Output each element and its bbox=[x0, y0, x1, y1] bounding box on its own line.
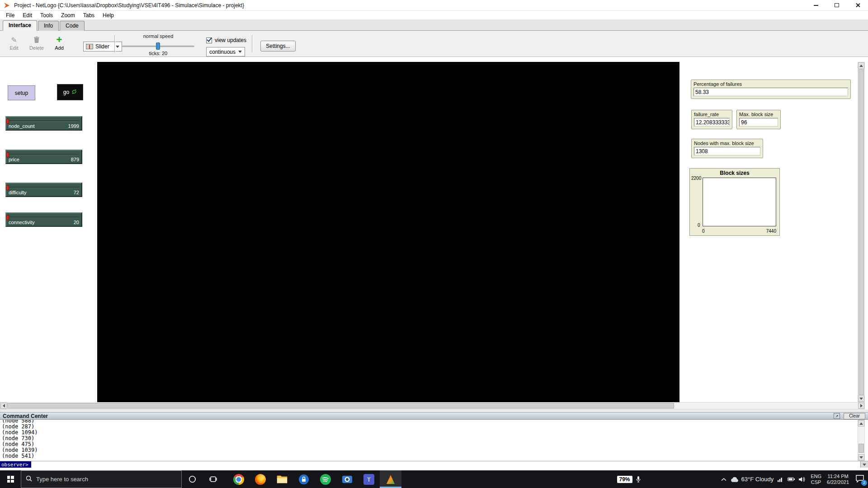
ticks-counter: ticks: 20 bbox=[122, 51, 194, 56]
tab-interface[interactable]: Interface bbox=[3, 20, 37, 31]
taskbar-app-chrome[interactable] bbox=[228, 470, 250, 488]
world-view[interactable] bbox=[97, 62, 679, 402]
plot-area bbox=[703, 178, 776, 226]
update-mode-select[interactable]: continuous bbox=[206, 47, 245, 56]
network-signal-icon[interactable] bbox=[778, 477, 783, 482]
triangle-right-icon bbox=[860, 404, 863, 408]
agent-context-dropdown[interactable] bbox=[860, 461, 868, 468]
view-updates-checkbox[interactable] bbox=[206, 38, 212, 43]
delete-widget-button[interactable]: Delete bbox=[26, 34, 47, 51]
scroll-down-button[interactable] bbox=[858, 454, 864, 460]
windows-logo-icon bbox=[7, 476, 14, 483]
cortana-button[interactable] bbox=[182, 470, 203, 488]
scrollbar-thumb[interactable] bbox=[859, 69, 864, 395]
speed-slider[interactable] bbox=[122, 42, 194, 50]
clock[interactable]: 11:24 PM 6/22/2021 bbox=[827, 474, 849, 485]
command-center-header: Command Center ↗ Clear bbox=[0, 412, 868, 420]
toolbar: ✎ Edit Delete + Add Slider normal speed … bbox=[0, 31, 868, 57]
interface-vertical-scrollbar[interactable] bbox=[858, 62, 865, 402]
camera-app-icon bbox=[342, 474, 353, 485]
weather-cloud-icon[interactable] bbox=[731, 476, 739, 483]
widget-kind-select[interactable]: Slider bbox=[83, 42, 122, 52]
weather-text[interactable]: 63°F Cloudy bbox=[741, 476, 774, 483]
scroll-up-button[interactable] bbox=[858, 420, 864, 427]
scrollbar-thumb[interactable] bbox=[859, 444, 864, 453]
chevron-down-icon bbox=[116, 46, 119, 48]
chrome-icon bbox=[233, 474, 244, 485]
start-button[interactable] bbox=[0, 470, 21, 488]
menu-file[interactable]: File bbox=[2, 12, 19, 19]
battery-percent-badge[interactable]: 79% bbox=[617, 476, 632, 483]
slider-node-count[interactable]: node_count 1999 bbox=[5, 116, 82, 131]
command-line: (node 1094) bbox=[2, 430, 858, 436]
taskbar-app-camera[interactable] bbox=[336, 470, 358, 488]
menu-tools[interactable]: Tools bbox=[36, 12, 57, 19]
menu-tabs[interactable]: Tabs bbox=[79, 12, 99, 19]
slider-track bbox=[9, 121, 79, 122]
monitor-label: Percentage of failures bbox=[693, 81, 848, 87]
command-line: (node 541) bbox=[2, 453, 858, 459]
taskbar-app-teams[interactable]: T bbox=[358, 470, 380, 488]
maximize-button[interactable] bbox=[826, 0, 847, 10]
chevron-down-icon bbox=[238, 51, 242, 53]
command-line: (node 475) bbox=[2, 441, 858, 447]
clear-button[interactable]: Clear bbox=[844, 413, 865, 419]
taskbar-app-lock[interactable] bbox=[293, 470, 315, 488]
show-hidden-icons-chevron[interactable] bbox=[721, 478, 726, 481]
slider-widget-icon bbox=[86, 44, 93, 49]
menu-zoom[interactable]: Zoom bbox=[57, 12, 79, 19]
command-line: (node 287) bbox=[2, 424, 858, 430]
scroll-up-button[interactable] bbox=[858, 62, 864, 69]
triangle-left-icon bbox=[3, 404, 5, 408]
monitor-label: Nodes with max. block size bbox=[694, 141, 760, 146]
menu-edit[interactable]: Edit bbox=[19, 12, 36, 19]
volume-icon[interactable] bbox=[799, 477, 805, 482]
slider-value: 879 bbox=[71, 157, 79, 162]
taskbar-app-file-explorer[interactable] bbox=[271, 470, 293, 488]
menu-help[interactable]: Help bbox=[99, 12, 118, 19]
taskbar-app-spotify[interactable] bbox=[315, 470, 336, 488]
close-button[interactable] bbox=[847, 0, 868, 10]
slider-connectivity[interactable]: connectivity 20 bbox=[5, 212, 82, 227]
settings-button[interactable]: Settings... bbox=[260, 41, 296, 52]
interface-horizontal-scrollbar[interactable] bbox=[0, 402, 865, 409]
slider-value: 20 bbox=[74, 220, 79, 225]
command-line: (node 588) bbox=[2, 420, 858, 424]
taskbar-app-firefox[interactable] bbox=[250, 470, 271, 488]
edit-widget-button[interactable]: ✎ Edit bbox=[5, 34, 24, 51]
trash-icon bbox=[26, 34, 47, 45]
command-center-output[interactable]: (node 588) (node 287) (node 1094) (node … bbox=[0, 420, 858, 461]
minimize-button[interactable] bbox=[806, 0, 826, 10]
command-input[interactable] bbox=[31, 461, 860, 468]
observer-prompt[interactable]: observer> bbox=[0, 461, 31, 468]
speed-slider-thumb[interactable] bbox=[156, 42, 160, 50]
add-widget-button[interactable]: + Add bbox=[51, 34, 68, 51]
task-view-button[interactable] bbox=[203, 470, 223, 488]
scrollbar-thumb[interactable] bbox=[7, 403, 674, 408]
scroll-down-button[interactable] bbox=[858, 395, 864, 402]
command-center-scrollbar[interactable] bbox=[858, 420, 865, 461]
plot-x-min-label: 0 bbox=[702, 229, 705, 234]
scroll-left-button[interactable] bbox=[0, 403, 7, 409]
microphone-icon[interactable] bbox=[636, 476, 641, 483]
slider-difficulty[interactable]: difficulty 72 bbox=[5, 183, 82, 197]
action-center-button[interactable]: 2 bbox=[855, 474, 864, 484]
taskbar-app-netlogo[interactable] bbox=[380, 470, 401, 488]
view-updates-control[interactable]: view updates bbox=[206, 37, 246, 43]
cortana-icon bbox=[189, 475, 196, 483]
battery-icon[interactable] bbox=[788, 477, 795, 481]
tab-code[interactable]: Code bbox=[60, 21, 85, 31]
setup-button[interactable]: setup bbox=[8, 85, 35, 100]
language-indicator[interactable]: ENG CSP bbox=[811, 474, 821, 485]
tab-info[interactable]: Info bbox=[38, 21, 59, 31]
settings-label: Settings... bbox=[266, 43, 290, 49]
expand-icon[interactable]: ↗ bbox=[834, 413, 840, 419]
taskbar-search[interactable]: Type here to search bbox=[21, 470, 182, 488]
go-forever-button[interactable]: go bbox=[57, 84, 83, 100]
triangle-up-icon bbox=[859, 65, 863, 67]
system-tray: 79% 63°F Cloudy ENG CSP 11:24 PM 6/22/20… bbox=[617, 470, 868, 488]
slider-price[interactable]: price 879 bbox=[5, 150, 82, 164]
edit-label: Edit bbox=[5, 45, 24, 51]
scroll-right-button[interactable] bbox=[858, 403, 864, 409]
monitor-value: 12.20833333333 bbox=[694, 118, 730, 127]
